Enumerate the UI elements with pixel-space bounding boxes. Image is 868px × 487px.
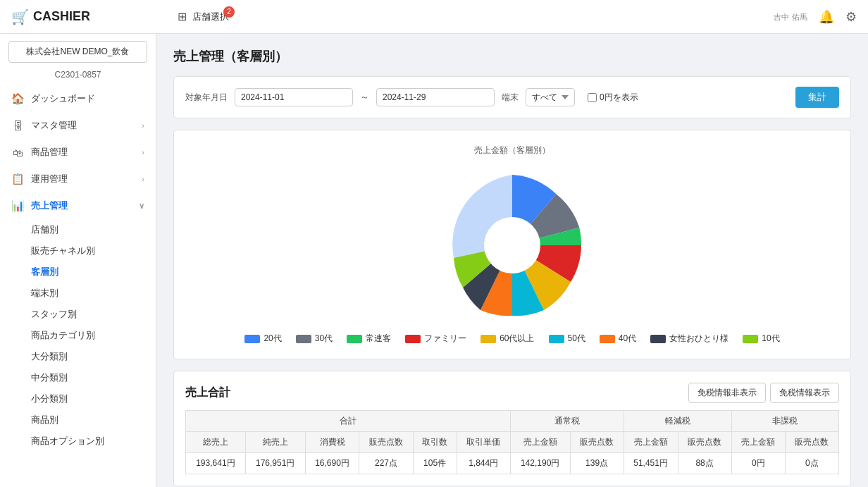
sidebar-sub-small-cat[interactable]: 小分類別 <box>0 388 156 409</box>
zero-label: 0円を表示 <box>600 92 638 104</box>
chart-legend: 20代 30代 常連客 ファミリー 60代以上 50代 40代 女性おひとり様 … <box>244 333 779 345</box>
company-id: C2301-0857 <box>0 70 156 80</box>
col-reduced-qty: 販売点数 <box>678 432 731 453</box>
filter-bar: 対象年月日 ～ 端末 すべて 0円を表示 集計 <box>173 76 851 118</box>
header-center: ⊞ 店舗選択 2 <box>178 10 762 23</box>
sidebar-sub-mid-cat[interactable]: 中分類別 <box>0 367 156 388</box>
sidebar-item-sales[interactable]: 📊 売上管理 ∨ <box>0 192 156 219</box>
col-reduced-amount: 売上金額 <box>624 432 678 453</box>
sidebar-item-dashboard[interactable]: 🏠 ダッシュボード <box>0 85 156 112</box>
notification-button[interactable]: 🔔 <box>819 9 834 25</box>
table-row: 193,641円 176,951円 16,690円 227点 105件 1,84… <box>186 453 839 474</box>
chevron-down-icon: ∨ <box>139 202 144 211</box>
company-name: 株式会社NEW DEMO_飲食 <box>8 41 147 63</box>
tax-btn-group: 免税情報非表示 免税情報表示 <box>688 383 839 403</box>
cell-qty: 227点 <box>359 453 413 474</box>
chart-icon: 📊 <box>11 199 24 212</box>
summary-title: 売上合計 <box>185 386 230 400</box>
cell-normal-amount: 142,190円 <box>510 453 570 474</box>
page-title: 売上管理（客層別） <box>173 48 851 65</box>
summary-section: 売上合計 免税情報非表示 免税情報表示 合計 通常税 軽減税 非課税 総売上 <box>173 371 851 486</box>
group-header-normal-tax: 通常税 <box>510 411 624 432</box>
cell-exempt-qty: 0点 <box>785 453 838 474</box>
sidebar-sub-staff[interactable]: スタッフ別 <box>0 304 156 325</box>
sidebar-sub-customer[interactable]: 客層別 <box>0 261 156 283</box>
logo-text: CASHIER <box>33 9 90 24</box>
settings-button[interactable]: ⚙ <box>845 9 857 25</box>
grid-icon: ⊞ <box>178 10 187 23</box>
sidebar: 株式会社NEW DEMO_飲食 C2301-0857 🏠 ダッシュボード 🗄 マ… <box>0 34 156 487</box>
show-tax-button[interactable]: 免税情報表示 <box>770 383 839 403</box>
legend-item-50s: 50代 <box>549 333 585 345</box>
cell-avg: 1,844円 <box>457 453 510 474</box>
col-total-sales: 総売上 <box>186 432 246 453</box>
cell-transactions: 105件 <box>413 453 457 474</box>
shopping-icon: 🛍 <box>11 147 24 159</box>
terminal-select[interactable]: すべて <box>526 88 575 106</box>
user-fullname: 佑馬 <box>792 13 807 21</box>
group-header-exempt: 非課税 <box>731 411 838 432</box>
sidebar-sub-terminal[interactable]: 端末別 <box>0 283 156 304</box>
col-exempt-amount: 売上金額 <box>731 432 785 453</box>
cell-tax: 16,690円 <box>305 453 359 474</box>
legend-item-30s: 30代 <box>296 333 333 345</box>
sidebar-label-dashboard: ダッシュボード <box>31 92 95 105</box>
zero-checkbox-input[interactable] <box>588 93 597 102</box>
chevron-right-icon3: › <box>142 175 144 183</box>
sidebar-item-product[interactable]: 🛍 商品管理 › <box>0 139 156 166</box>
col-exempt-qty: 販売点数 <box>785 432 838 453</box>
sidebar-item-master[interactable]: 🗄 マスタ管理 › <box>0 112 156 139</box>
col-net-sales: 純売上 <box>245 432 305 453</box>
pie-chart <box>435 168 590 323</box>
legend-item-family: ファミリー <box>405 333 466 345</box>
col-tax: 消費税 <box>305 432 359 453</box>
legend-item-10s: 10代 <box>743 333 779 345</box>
chart-container: 20代 30代 常連客 ファミリー 60代以上 50代 40代 女性おひとり様 … <box>188 168 836 345</box>
summary-header: 売上合計 免税情報非表示 免税情報表示 <box>185 383 839 403</box>
sidebar-sub-option[interactable]: 商品オプション別 <box>0 431 156 452</box>
app-header: 🛒 CASHIER ⊞ 店舗選択 2 吉中 佑馬 🔔 ⚙ <box>0 0 868 34</box>
chart-title: 売上金額（客層別） <box>188 144 836 156</box>
sidebar-sub-product-item[interactable]: 商品別 <box>0 409 156 431</box>
main-content: 売上管理（客層別） 対象年月日 ～ 端末 すべて 0円を表示 集計 売上金額（客… <box>156 34 868 487</box>
app-logo: 🛒 CASHIER <box>11 8 166 25</box>
cart-icon: 🛒 <box>11 8 29 25</box>
user-prefix: 吉中 <box>774 13 789 21</box>
cell-net-sales: 176,951円 <box>245 453 305 474</box>
sidebar-sub-large-cat[interactable]: 大分類別 <box>0 346 156 367</box>
store-badge: 2 <box>223 6 235 18</box>
svg-point-0 <box>484 217 540 273</box>
col-normal-amount: 売上金額 <box>510 432 570 453</box>
col-avg: 取引単価 <box>457 432 510 453</box>
legend-item-regular: 常連客 <box>347 333 391 345</box>
database-icon: 🗄 <box>11 120 24 132</box>
cell-normal-qty: 139点 <box>570 453 624 474</box>
sidebar-sub-category[interactable]: 商品カテゴリ別 <box>0 325 156 346</box>
date-to-input[interactable] <box>376 88 495 106</box>
chevron-right-icon2: › <box>142 148 144 156</box>
col-qty: 販売点数 <box>359 432 413 453</box>
date-from-input[interactable] <box>235 88 353 106</box>
sidebar-sub-channel[interactable]: 販売チャネル別 <box>0 240 156 261</box>
chevron-right-icon: › <box>142 121 144 130</box>
chart-section: 売上金額（客層別） <box>173 130 851 359</box>
cell-exempt-amount: 0円 <box>731 453 785 474</box>
group-header-reduced-tax: 軽減税 <box>624 411 731 432</box>
clipboard-icon: 📋 <box>11 173 24 185</box>
cell-total-sales: 193,641円 <box>186 453 246 474</box>
legend-item-40s: 40代 <box>600 333 636 345</box>
sidebar-label-sales: 売上管理 <box>31 199 68 212</box>
sidebar-item-operation[interactable]: 📋 運用管理 › <box>0 166 156 192</box>
aggregate-button[interactable]: 集計 <box>795 87 839 108</box>
hide-tax-button[interactable]: 免税情報非表示 <box>688 383 766 403</box>
sidebar-sub-store[interactable]: 店舗別 <box>0 219 156 240</box>
date-separator: ～ <box>360 91 369 104</box>
store-select-button[interactable]: 店舗選択 2 <box>192 11 229 23</box>
home-icon: 🏠 <box>11 92 24 105</box>
header-right: 吉中 佑馬 🔔 ⚙ <box>774 9 857 25</box>
legend-item-20s: 20代 <box>244 333 281 345</box>
terminal-label: 端末 <box>502 92 519 104</box>
sidebar-label-master: マスタ管理 <box>31 119 77 132</box>
zero-display-checkbox[interactable]: 0円を表示 <box>588 92 638 104</box>
group-header-total: 合計 <box>186 411 511 432</box>
